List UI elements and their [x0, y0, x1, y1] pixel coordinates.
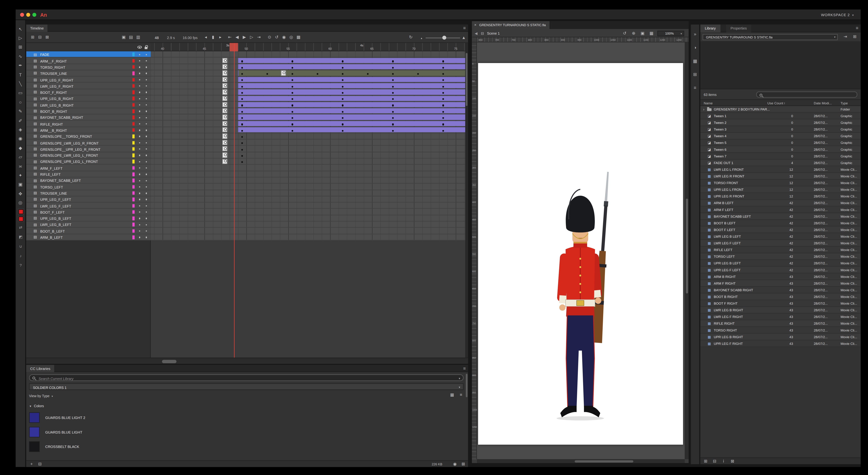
layer-lock-dot[interactable] [146, 117, 147, 118]
layer-visibility-dot[interactable] [139, 79, 141, 80]
library-item-row[interactable]: ◪Tween 1028/07/2...Graphic [701, 113, 861, 120]
align-panel-icon[interactable]: ⊞ [690, 70, 700, 78]
layer-visibility-dot[interactable] [139, 54, 141, 55]
panel-menu-icon[interactable]: ≡ [856, 25, 859, 32]
keyframe-dot[interactable] [291, 104, 293, 106]
tween-span[interactable] [238, 77, 465, 82]
cc-search-input[interactable]: Search Current Library ▾ [29, 374, 464, 381]
center-stage-icon[interactable]: ⊕ [630, 31, 637, 35]
layer-lock-dot[interactable] [146, 230, 147, 232]
keyframe-dot[interactable] [241, 124, 243, 125]
microphone-icon[interactable]: ♪ [16, 252, 26, 260]
library-item-row[interactable]: ▦LWR LEG R FRONT1228/07/2...Movie Cli... [701, 173, 861, 180]
layer-visibility-dot[interactable] [139, 224, 141, 226]
layer-lock-dot[interactable] [146, 205, 147, 207]
document-tab[interactable]: × GRENSENTRY TURNAROUND S STATIC.fla [472, 21, 550, 29]
tab-cc-libraries[interactable]: CC Libraries [26, 365, 54, 372]
layer-lock-dot[interactable] [146, 67, 147, 68]
pin-library-icon[interactable]: ⇥ [842, 35, 849, 39]
blank-keyframe-cell[interactable] [222, 70, 227, 76]
center-frame-icon[interactable]: ⊙ [266, 35, 273, 39]
eraser-tool-icon[interactable]: ▱ [15, 152, 25, 162]
layer-visibility-dot[interactable] [139, 174, 141, 175]
brush-tool-icon[interactable]: ✐ [15, 116, 25, 125]
frame-track[interactable] [151, 196, 465, 203]
scrollbar-thumb[interactable] [575, 460, 633, 462]
ink-bottle-tool-icon[interactable]: ◉ [15, 134, 25, 143]
layer-visibility-dot[interactable] [139, 92, 141, 93]
blank-keyframe-cell[interactable] [222, 58, 227, 63]
layer-outline-color-swatch[interactable] [132, 84, 135, 88]
layer-lock-dot[interactable] [146, 148, 147, 150]
library-item-row[interactable]: ◪Tween 3028/07/2...Graphic [701, 126, 861, 133]
panel-menu-icon[interactable]: ≡ [463, 25, 466, 32]
layer-row[interactable]: ▤ARM__B_RIGHT [26, 127, 151, 133]
step-forward-one-icon[interactable]: ▸ [217, 35, 224, 39]
layer-row[interactable]: ▤BAYONET_SCABB_RIGHT [26, 114, 151, 121]
frame-track[interactable] [151, 89, 465, 95]
layer-lock-dot[interactable] [146, 60, 147, 62]
layer-row[interactable]: ▤GRENSLOPE_LWR_LEG_L_FRONT [26, 152, 151, 159]
go-to-last-frame-icon[interactable]: ⇥ [255, 35, 262, 39]
stage-vertical-scrollbar[interactable] [685, 42, 689, 459]
library-item-row[interactable]: ▦BOOT B LEFT4228/07/2...Movie Cli... [701, 220, 861, 227]
tween-span[interactable] [238, 70, 465, 76]
tween-span[interactable] [238, 90, 465, 95]
blank-keyframe-cell[interactable] [222, 159, 227, 164]
colors-section-header[interactable]: ▼ Colors [29, 404, 44, 408]
new-layer-icon[interactable]: ⊞ [29, 35, 36, 39]
layer-visibility-dot[interactable] [139, 211, 141, 213]
tween-span[interactable] [238, 108, 465, 114]
layer-outline-color-swatch[interactable] [132, 204, 135, 208]
layer-outline-color-swatch[interactable] [132, 128, 135, 132]
stage-horizontal-scrollbar[interactable] [477, 459, 685, 463]
lasso-tool-icon[interactable]: ∿ [15, 52, 25, 61]
frame-track[interactable] [151, 95, 465, 102]
layer-row[interactable]: ▤UPR_LEG_B_RIGHT [26, 95, 151, 102]
layer-lock-dot[interactable] [146, 111, 147, 112]
stroke-color-chip[interactable] [18, 209, 23, 214]
library-item-row[interactable]: ▦UPR LEG B LEFT4228/07/2...Movie Cli... [701, 260, 861, 267]
layer-visibility-dot[interactable] [139, 86, 141, 87]
layer-outline-color-swatch[interactable] [132, 166, 135, 170]
layer-outline-color-swatch[interactable] [132, 53, 135, 57]
layer-outline-color-swatch[interactable] [132, 154, 135, 157]
pen-tool-icon[interactable]: ✒ [15, 61, 25, 70]
layer-visibility-dot[interactable] [139, 130, 141, 131]
layer-lock-dot[interactable] [146, 123, 147, 125]
tween-span[interactable] [238, 127, 465, 132]
delete-item-icon[interactable]: ⊠ [729, 459, 736, 464]
keyframe-dot[interactable] [442, 124, 444, 125]
tab-properties[interactable]: Properties [726, 25, 751, 32]
layer-outline-color-swatch[interactable] [132, 122, 135, 126]
layer-outline-color-swatch[interactable] [132, 141, 135, 144]
frame-track[interactable] [151, 203, 465, 209]
blank-keyframe-cell[interactable] [222, 77, 227, 82]
layer-visibility-dot[interactable] [139, 73, 141, 74]
width-tool-icon[interactable]: ≍ [15, 162, 25, 171]
blank-keyframe-cell[interactable] [222, 108, 227, 114]
layer-lock-dot[interactable] [146, 211, 147, 213]
tween-span[interactable] [238, 102, 465, 107]
step-forward-icon[interactable]: ▷ [248, 35, 255, 39]
timeline-zoom-slider[interactable] [426, 37, 460, 38]
blank-keyframe-cell[interactable] [222, 121, 227, 126]
loop-icon[interactable]: ↺ [273, 35, 280, 39]
layer-visibility-dot[interactable] [139, 142, 141, 143]
library-item-row[interactable]: ▦BOOT B RIGHT4328/07/2...Movie Cli... [701, 294, 861, 300]
layer-visibility-dot[interactable] [139, 205, 141, 207]
scrollbar-thumb[interactable] [466, 53, 468, 106]
layer-visibility-dot[interactable] [139, 155, 141, 156]
frame-track[interactable] [151, 177, 465, 184]
layer-row[interactable]: ▤LWR_LEG_F_RIGHT [26, 83, 151, 89]
frame-size-large-icon[interactable]: ▲ [462, 35, 466, 40]
sync-status-icon[interactable]: ◉ [451, 462, 459, 466]
frame-track[interactable] [151, 222, 465, 228]
frame-track[interactable] [151, 64, 465, 70]
keyframe-dot[interactable] [442, 104, 444, 106]
blank-keyframe-cell[interactable] [222, 140, 227, 145]
blank-keyframe-cell[interactable] [222, 96, 227, 101]
grid-view-icon[interactable]: ▦ [448, 393, 456, 397]
clip-content-outside-stage-icon[interactable]: ▣ [639, 31, 646, 35]
library-search-input[interactable] [756, 92, 857, 98]
